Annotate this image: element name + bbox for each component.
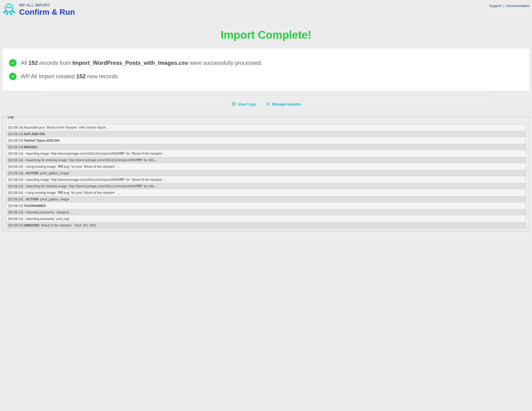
log-row: [02:58:14] IMAGES: bbox=[7, 144, 525, 150]
header: WP ALL IMPORT Confirm & Run Support | Do… bbox=[2, 2, 530, 17]
octopus-logo-icon bbox=[2, 2, 16, 17]
log-row: [02:58:14] - Searching for existing imag… bbox=[7, 183, 525, 190]
log-row: [02:58:14] Associate post `Blood of the … bbox=[7, 124, 525, 131]
svg-point-2 bbox=[10, 7, 11, 8]
brand: WP ALL IMPORT Confirm & Run bbox=[2, 2, 75, 17]
check-icon bbox=[9, 73, 17, 80]
hero: Import Complete! bbox=[2, 29, 530, 41]
gear-icon bbox=[266, 102, 270, 107]
log-panel: Log [02:58:14] Associate post `Blood of … bbox=[2, 115, 530, 231]
log-row: [02:58:14] CREATED `Blood of the Vampire… bbox=[7, 222, 525, 229]
log-legend: Log bbox=[6, 115, 15, 119]
import-file-name: Import_WordPress_Posts_with_Images.csv bbox=[72, 60, 188, 66]
summary-line-1: All 152 records from Import_WordPress_Po… bbox=[9, 59, 523, 67]
log-row: [02:58:14] - Using existing image `fffff… bbox=[7, 190, 525, 196]
summary-text-1: All 152 records from Import_WordPress_Po… bbox=[21, 60, 262, 66]
log-row: [02:58:14] - Importing image `http://dum… bbox=[7, 150, 525, 157]
summary-line-2: WP All Import created 152 new records. bbox=[9, 73, 523, 80]
import-complete-heading: Import Complete! bbox=[2, 29, 530, 41]
actions-area: View Logs Manage Imports bbox=[2, 95, 530, 107]
log-row: [02:58:14] - Using existing image `fffff… bbox=[7, 163, 525, 170]
svg-point-0 bbox=[5, 4, 13, 12]
divider bbox=[42, 95, 490, 96]
log-row: [02:58:14] - Importing image `http://dum… bbox=[7, 176, 525, 183]
top-links: Support | Documentation bbox=[489, 2, 530, 8]
manage-imports-link[interactable]: Manage Imports bbox=[266, 102, 301, 107]
log-row: [02:58:14] - ACTION: pmxi_gallery_image bbox=[7, 196, 525, 202]
app-eyebrow: WP ALL IMPORT bbox=[19, 3, 75, 8]
link-separator: | bbox=[503, 4, 504, 8]
log-row: [02:58:14] - ACTION: pmxi_gallery_image bbox=[7, 170, 525, 176]
log-row: [02:58:14] - Importing taxonomy `post_ta… bbox=[7, 216, 525, 222]
log-table[interactable]: [02:58:14] Associate post `Blood of the … bbox=[6, 124, 526, 229]
log-row: [02:58:14] ACF ADD-ON: bbox=[7, 131, 525, 137]
view-logs-link[interactable]: View Logs bbox=[231, 102, 256, 107]
summary-card: All 152 records from Import_WordPress_Po… bbox=[2, 48, 530, 91]
log-row: [02:58:14] - Searching for existing imag… bbox=[7, 157, 525, 163]
log-row: [02:58:14] - Importing taxonomy `categor… bbox=[7, 209, 525, 216]
documentation-link[interactable]: Documentation bbox=[506, 4, 530, 8]
page-title: Confirm & Run bbox=[19, 8, 75, 16]
created-count: 152 bbox=[76, 73, 86, 79]
log-row: [02:58:14] TAXONOMIES: bbox=[7, 202, 525, 209]
support-link[interactable]: Support bbox=[489, 4, 502, 8]
check-icon bbox=[9, 59, 17, 67]
record-count: 152 bbox=[28, 60, 38, 66]
svg-point-1 bbox=[8, 7, 8, 8]
log-row: [02:58:14] Toolset Types ADD-ON: bbox=[7, 137, 525, 144]
svg-point-7 bbox=[267, 103, 268, 104]
summary-text-2: WP All Import created 152 new records. bbox=[21, 73, 119, 80]
list-icon bbox=[231, 102, 236, 107]
